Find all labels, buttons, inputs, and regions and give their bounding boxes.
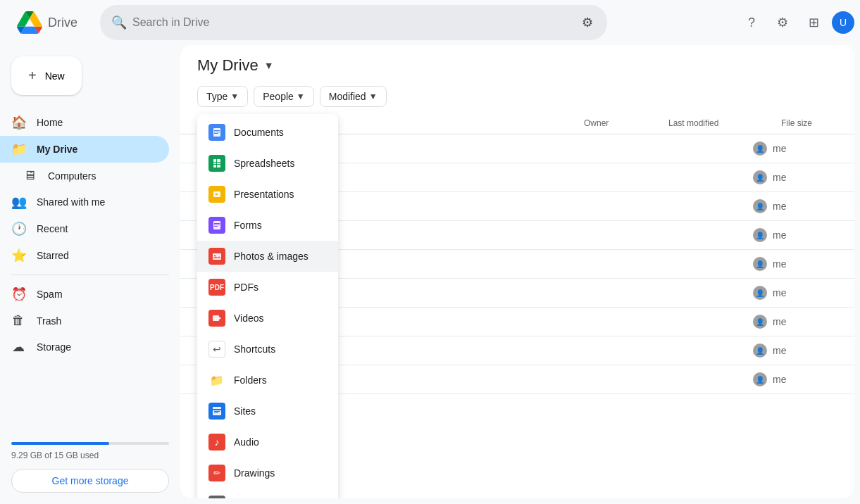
sidebar-item-starred[interactable]: ⭐ Starred — [0, 242, 169, 269]
row-owner-3: 👤me — [753, 199, 837, 213]
dropdown-item-videos[interactable]: Videos — [197, 303, 338, 334]
col-header-owner: Owner — [584, 118, 668, 128]
documents-icon — [208, 124, 225, 141]
photos-icon — [208, 248, 225, 265]
row-owner-1: 👤me — [753, 141, 837, 156]
computers-icon: 🖥 — [23, 168, 37, 183]
drive-title-chevron[interactable]: ▼ — [264, 60, 274, 71]
sidebar-label-my-drive: My Drive — [37, 144, 77, 155]
nav-section: 🏠 Home 📁 My Drive 🖥 Computers 👥 Shared w… — [0, 109, 180, 360]
nav-divider-1 — [11, 275, 169, 275]
forms-label: Forms — [234, 220, 262, 231]
sidebar-item-shared[interactable]: 👥 Shared with me — [0, 189, 169, 215]
folders-label: Folders — [234, 374, 267, 386]
sites-icon — [208, 403, 225, 420]
plus-icon: + — [28, 68, 37, 84]
search-input[interactable] — [132, 16, 573, 29]
pdfs-icon: PDF — [208, 279, 225, 296]
row-owner-9: 👤me — [753, 372, 837, 386]
dropdown-item-audio[interactable]: ♪ Audio — [197, 427, 338, 458]
storage-bar-fill — [11, 442, 109, 445]
help-icon[interactable]: ? — [739, 10, 764, 35]
archives-icon: ZIP — [208, 496, 225, 498]
svg-rect-2 — [214, 132, 220, 132]
get-storage-button[interactable]: Get more storage — [11, 469, 169, 493]
svg-rect-21 — [214, 411, 220, 412]
recent-icon: 🕐 — [11, 221, 25, 237]
pdfs-label: PDFs — [234, 282, 258, 293]
audio-label: Audio — [234, 436, 259, 448]
dropdown-item-sites[interactable]: Sites — [197, 396, 338, 427]
type-filter-chip[interactable]: Type ▼ — [197, 86, 248, 107]
dropdown-item-archives[interactable]: ZIP Archives (zip) — [197, 489, 338, 498]
dropdown-item-shortcuts[interactable]: ↩ Shortcuts — [197, 334, 338, 365]
sidebar: + New 🏠 Home 📁 My Drive 🖥 Computers 👥 Sh… — [0, 45, 180, 504]
row-owner-6: 👤me — [753, 286, 837, 300]
modified-label: Modified — [329, 91, 366, 102]
search-box[interactable]: 🔍 ⚙ — [100, 5, 607, 40]
sidebar-label-storage: Storage — [37, 341, 71, 353]
photos-label: Photos & images — [234, 251, 309, 262]
user-avatar[interactable]: U — [832, 11, 854, 34]
col-header-size: File size — [781, 118, 837, 128]
people-label: People — [263, 91, 294, 102]
svg-rect-1 — [214, 130, 220, 131]
sidebar-label-trash: Trash — [37, 315, 61, 327]
people-chevron-icon: ▼ — [297, 92, 305, 101]
modified-chevron-icon: ▼ — [369, 92, 378, 101]
col-header-modified: Last modified — [668, 118, 781, 128]
spam-icon: ⏰ — [11, 286, 25, 302]
grid-icon[interactable]: ⊞ — [801, 10, 826, 35]
row-avatar-1: 👤 — [753, 141, 767, 156]
row-avatar-4: 👤 — [753, 228, 767, 242]
audio-icon: ♪ — [208, 434, 225, 451]
new-button[interactable]: + New — [11, 56, 82, 95]
sidebar-item-trash[interactable]: 🗑 Trash — [0, 308, 169, 334]
videos-icon — [208, 310, 225, 327]
shortcuts-label: Shortcuts — [234, 344, 275, 355]
people-filter-chip[interactable]: People ▼ — [254, 86, 313, 107]
sidebar-label-spam: Spam — [37, 289, 63, 300]
sidebar-item-my-drive[interactable]: 📁 My Drive — [0, 136, 169, 163]
row-avatar-5: 👤 — [753, 257, 767, 271]
main-content: My Drive ▼ Type ▼ People ▼ Modified ▼ — [180, 45, 854, 498]
sidebar-label-computers: Computers — [48, 170, 96, 182]
sidebar-item-home[interactable]: 🏠 Home — [0, 109, 169, 136]
row-owner-5: 👤me — [753, 257, 837, 271]
dropdown-item-drawings[interactable]: ✏ Drawings — [197, 458, 338, 489]
storage-bar-background — [11, 442, 169, 445]
svg-rect-14 — [213, 253, 221, 260]
dropdown-item-documents[interactable]: Documents — [197, 117, 338, 148]
presentations-label: Presentations — [234, 189, 294, 200]
row-avatar-8: 👤 — [753, 344, 767, 358]
sidebar-label-recent: Recent — [37, 223, 68, 234]
dropdown-item-folders[interactable]: 📁 Folders — [197, 365, 338, 396]
top-app-bar: Drive 🔍 ⚙ ? ⚙ ⊞ U — [0, 0, 860, 45]
svg-rect-7 — [216, 159, 217, 168]
row-avatar-7: 👤 — [753, 315, 767, 329]
presentations-icon — [208, 186, 225, 203]
sidebar-item-computers[interactable]: 🖥 Computers — [0, 163, 169, 189]
dropdown-item-pdfs[interactable]: PDF PDFs — [197, 272, 338, 303]
dropdown-item-spreadsheets[interactable]: Spreadsheets — [197, 148, 338, 179]
sidebar-label-starred: Starred — [37, 250, 69, 261]
sidebar-item-storage[interactable]: ☁ Storage — [0, 334, 169, 360]
gdrive-icon — [17, 10, 42, 35]
sidebar-item-spam[interactable]: ⏰ Spam — [0, 281, 169, 308]
settings-icon[interactable]: ⚙ — [770, 10, 795, 35]
row-owner-4: 👤me — [753, 228, 837, 242]
svg-rect-3 — [214, 133, 218, 134]
dropdown-item-forms[interactable]: Forms — [197, 210, 338, 241]
app-container: Drive 🔍 ⚙ ? ⚙ ⊞ U + New 🏠 Home 📁 — [0, 0, 860, 504]
filter-sliders-icon[interactable]: ⚙ — [579, 12, 596, 33]
type-label: Type — [206, 91, 228, 102]
sidebar-label-home: Home — [37, 117, 63, 128]
dropdown-item-presentations[interactable]: Presentations — [197, 179, 338, 210]
dropdown-item-photos[interactable]: Photos & images — [197, 241, 338, 272]
sidebar-item-recent[interactable]: 🕐 Recent — [0, 215, 169, 242]
modified-filter-chip[interactable]: Modified ▼ — [320, 86, 387, 107]
drive-title-row: My Drive ▼ — [180, 45, 854, 80]
row-avatar-3: 👤 — [753, 199, 767, 213]
row-owner-7: 👤me — [753, 315, 837, 329]
drawings-label: Drawings — [234, 467, 275, 479]
